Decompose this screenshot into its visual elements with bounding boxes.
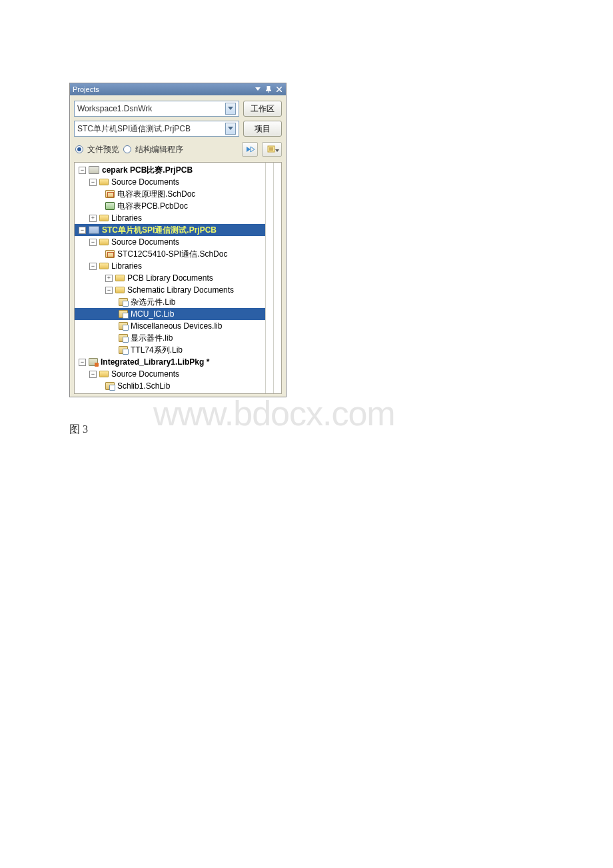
folder-icon <box>99 215 109 221</box>
project-button[interactable]: 项目 <box>243 121 282 137</box>
tree-label: STC12C5410-SPI通信.SchDoc <box>117 249 227 260</box>
tree-label: Miscellaneous Devices.lib <box>131 321 222 331</box>
radio-file-preview-label: 文件预览 <box>87 144 119 155</box>
schematic-icon <box>105 190 115 198</box>
tree-label: Schlib1.SchLib <box>117 381 170 391</box>
svg-rect-1 <box>269 147 273 151</box>
collapse-icon[interactable]: − <box>89 179 97 186</box>
watermark-text: www.bdocx.com <box>153 393 395 433</box>
panel-title: Projects <box>73 85 254 93</box>
expand-icon[interactable]: + <box>89 215 97 222</box>
collapse-icon[interactable]: − <box>79 167 86 174</box>
tree-label: Libraries <box>111 261 142 271</box>
tree-lib-file[interactable]: 杂选元件.Lib <box>75 296 265 308</box>
tree-label: Source Documents <box>111 237 179 247</box>
radio-structure-editor[interactable] <box>123 145 131 153</box>
figure-caption: 图 3 <box>69 423 88 437</box>
collapse-icon[interactable]: − <box>79 227 86 234</box>
tree-column-divider <box>273 163 281 393</box>
folder-icon <box>99 239 109 245</box>
tree-label: cepark PCB比赛.PrjPCB <box>102 165 193 176</box>
chevron-down-icon[interactable] <box>225 103 236 115</box>
collapse-icon[interactable]: − <box>89 239 97 246</box>
tree-label: Source Documents <box>111 177 179 187</box>
tree-label: MCU_IC.Lib <box>131 309 174 319</box>
workspace-combo[interactable]: Workspace1.DsnWrk <box>74 101 239 117</box>
collapse-icon[interactable]: − <box>89 263 97 270</box>
dropdown-icon[interactable] <box>254 85 262 93</box>
radio-file-preview[interactable] <box>75 145 83 153</box>
pcb-icon <box>105 202 115 210</box>
tree-libraries[interactable]: + Libraries <box>75 212 265 224</box>
workspace-value: Workspace1.DsnWrk <box>77 104 225 113</box>
project-value: STC单片机SPI通信测试.PrjPCB <box>77 123 225 135</box>
close-icon[interactable] <box>275 85 283 93</box>
projects-panel: Projects Workspace1.DsnWrk 工作区 <box>69 83 287 397</box>
tree-label: 电容表原理图.SchDoc <box>117 189 195 200</box>
libpkg-icon <box>89 358 98 366</box>
tree-file-pcbdoc[interactable]: 电容表PCB.PcbDoc <box>75 200 265 212</box>
tree-label: Integrated_Library1.LibPkg * <box>101 357 209 367</box>
library-icon <box>105 382 115 390</box>
panel-titlebar[interactable]: Projects <box>70 83 286 95</box>
tree-label: PCB Library Documents <box>127 273 213 283</box>
tree-source-docs[interactable]: − Source Documents <box>75 236 265 248</box>
tree-label: TTL74系列.Lib <box>131 345 183 356</box>
workspace-button[interactable]: 工作区 <box>243 101 282 117</box>
collapse-icon[interactable]: − <box>89 371 97 378</box>
tree-sch-lib-docs[interactable]: − Schematic Library Documents <box>75 284 265 296</box>
tree-file-schdoc[interactable]: STC12C5410-SPI通信.SchDoc <box>75 248 265 260</box>
folder-icon <box>99 179 109 185</box>
folder-icon <box>99 371 109 377</box>
tree-label: Source Documents <box>111 369 179 379</box>
tree-label: Schematic Library Documents <box>127 285 234 295</box>
radio-structure-editor-label: 结构编辑程序 <box>135 144 183 155</box>
tree-file-schlib[interactable]: Schlib1.SchLib <box>75 380 265 392</box>
project-icon <box>89 166 99 174</box>
tree-project-1[interactable]: − cepark PCB比赛.PrjPCB <box>75 164 265 176</box>
schematic-icon <box>105 250 115 258</box>
panel-body: Workspace1.DsnWrk 工作区 STC单片机SPI通信测试.PrjP… <box>70 95 286 397</box>
library-icon <box>119 310 128 318</box>
library-icon <box>119 346 128 354</box>
tree-label: 显示器件.lib <box>131 333 173 344</box>
tree-libraries[interactable]: − Libraries <box>75 260 265 272</box>
tree-label: 电容表PCB.PcbDoc <box>117 201 188 212</box>
project-combo[interactable]: STC单片机SPI通信测试.PrjPCB <box>74 121 239 137</box>
options-button[interactable] <box>262 142 282 157</box>
tree-column-divider <box>265 163 273 393</box>
tree-lib-file-selected[interactable]: MCU_IC.Lib <box>75 308 265 320</box>
tree-label: STC单片机SPI通信测试.PrjPCB <box>102 225 217 236</box>
tree-label: Libraries <box>111 213 142 223</box>
tree-pcb-lib-docs[interactable]: + PCB Library Documents <box>75 272 265 284</box>
tree-source-docs[interactable]: − Source Documents <box>75 176 265 188</box>
folder-icon <box>115 275 125 281</box>
folder-icon <box>115 287 125 293</box>
collapse-icon[interactable]: − <box>105 287 113 294</box>
project-tree: − cepark PCB比赛.PrjPCB − Source Documents… <box>74 162 282 394</box>
library-icon <box>119 322 128 330</box>
project-icon <box>89 226 99 234</box>
compile-button[interactable] <box>242 142 258 157</box>
tree-label: 杂选元件.Lib <box>131 297 175 308</box>
expand-icon[interactable]: + <box>105 275 113 282</box>
chevron-down-icon[interactable] <box>225 123 236 135</box>
pin-icon[interactable] <box>265 85 273 93</box>
library-icon <box>119 334 128 342</box>
tree-project-3[interactable]: − Integrated_Library1.LibPkg * <box>75 356 265 368</box>
tree-lib-file[interactable]: Miscellaneous Devices.lib <box>75 320 265 332</box>
tree-lib-file[interactable]: 显示器件.lib <box>75 332 265 344</box>
tree-source-docs[interactable]: − Source Documents <box>75 368 265 380</box>
collapse-icon[interactable]: − <box>79 359 86 366</box>
tree-lib-file[interactable]: TTL74系列.Lib <box>75 344 265 356</box>
folder-icon <box>99 263 109 269</box>
tree-project-2-active[interactable]: − STC单片机SPI通信测试.PrjPCB <box>75 224 265 236</box>
tree-file-schdoc[interactable]: 电容表原理图.SchDoc <box>75 188 265 200</box>
library-icon <box>119 298 128 306</box>
